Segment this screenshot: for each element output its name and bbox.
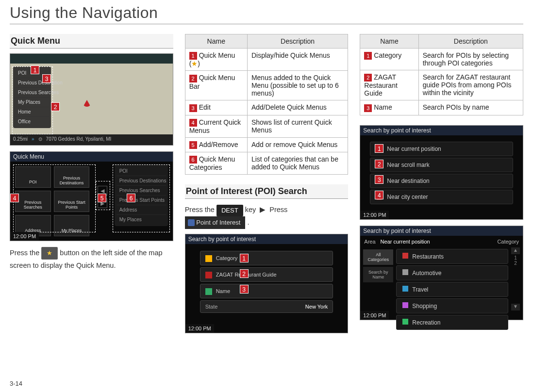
- table-row: 6Quick Menu Categories List of categorie…: [185, 152, 348, 175]
- callout-badge: 6: [127, 194, 135, 202]
- callout-badge: 3: [375, 175, 383, 184]
- screenshot-title: Search by point of interest: [360, 126, 523, 135]
- category-item: Shopping: [396, 298, 508, 313]
- pager-down-icon: ▼: [511, 304, 520, 310]
- dest-key-icon: DEST: [217, 205, 243, 216]
- callout-badge: 1: [31, 65, 39, 74]
- clock-label: 12:00 PM: [360, 311, 389, 320]
- poi-button-icon: Point of Interest: [185, 216, 246, 229]
- clock-label: 12:00 PM: [360, 211, 389, 219]
- section-title-quick-menu: Quick Menu: [10, 34, 173, 49]
- clock-label: 12:00 PM: [185, 324, 214, 333]
- callout-badge: 4: [10, 194, 19, 202]
- near-list-item: Near city center: [370, 190, 513, 204]
- row-badge: 6: [189, 156, 197, 163]
- map-scale-label: 0.25mi: [13, 136, 28, 143]
- area-value: Near current position: [381, 239, 430, 245]
- table-row: 5Add/Remove Add or remove Quick Menus: [185, 137, 348, 152]
- table-row: 4Current Quick Menus Shows list of curre…: [185, 115, 348, 137]
- page-title: Using the Navigation: [10, 0, 523, 24]
- near-list-item: Near scroll mark: [370, 158, 513, 172]
- screenshot-categories: Search by point of interest Area Near cu…: [360, 226, 523, 320]
- category-item: Recreation: [396, 315, 508, 330]
- callout-badge: 1: [375, 144, 383, 153]
- poi-menu-row: Category: [200, 251, 333, 265]
- category-item: Restaurants: [396, 249, 508, 264]
- arrow-right-icon: ▶: [260, 204, 266, 216]
- position-marker-icon: [83, 100, 91, 107]
- category-label: Category: [497, 239, 519, 245]
- table-header-desc: Description: [418, 34, 523, 49]
- screenshot-title: Search by point of interest: [360, 226, 523, 236]
- screenshot-map: POI Previous Destination Previous Search…: [10, 53, 173, 146]
- quick-menu-instruction: Press the ★ button on the left side of t…: [10, 247, 173, 272]
- near-list-item: Near destination: [370, 174, 513, 188]
- row-badge: 1: [189, 52, 197, 60]
- table-row: 3Edit Add/Delete Quick Menus: [185, 100, 348, 115]
- pager-label: 1 2: [511, 255, 520, 266]
- callout-badge: 2: [240, 269, 249, 278]
- table-header-name: Name: [185, 34, 247, 49]
- screenshot-near-list: Search by point of interest Near current…: [360, 125, 523, 220]
- table-row: 1Category Search for POIs by selecting t…: [360, 49, 523, 70]
- screenshot-quick-menu: Quick Menu POI Previous Destinations Pre…: [10, 151, 173, 241]
- area-label: Area: [364, 239, 375, 245]
- poi-menu-row: Name: [200, 284, 333, 298]
- section-title-poi: Point of Interest (POI) Search: [185, 184, 349, 199]
- table-row: 2Quick Menu Bar Menus added to the Quick…: [185, 71, 348, 100]
- row-badge: 4: [189, 119, 197, 127]
- poi-menu-row: ZAGAT Restaurant Guide: [200, 267, 333, 282]
- row-badge: 2: [364, 74, 372, 82]
- row-badge: 3: [189, 104, 197, 112]
- category-item: Automotive: [396, 265, 508, 280]
- clock-label: 12:00 PM: [10, 232, 39, 241]
- table-row: 1Quick Menu (★) Display/hide Quick Menus: [185, 49, 348, 71]
- star-icon: ★: [191, 60, 198, 67]
- pager-up-icon: ▲: [511, 247, 520, 254]
- callout-badge: 3: [240, 285, 249, 294]
- quick-menu-table: Name Description 1Quick Menu (★) Display…: [185, 34, 349, 175]
- table-header-name: Name: [360, 34, 418, 49]
- screenshot-poi-search: Search by point of interest Category ZAG…: [185, 234, 349, 333]
- callout-badge: 1: [240, 254, 249, 262]
- table-header-desc: Description: [247, 34, 348, 49]
- callout-badge: 3: [42, 74, 51, 83]
- page-number: 3-14: [10, 380, 22, 387]
- compass-icon: ⊙: [38, 136, 42, 143]
- row-badge: 3: [364, 104, 372, 112]
- poi-state-row: State New York: [200, 300, 333, 313]
- expand-icon: »: [32, 136, 34, 143]
- column-right: Name Description 1Category Search for PO…: [360, 34, 523, 339]
- screenshot-title: Quick Menu: [10, 152, 173, 162]
- poi-instruction: Press the DEST key ▶ Press Point of Inte…: [185, 204, 349, 229]
- table-row: 2ZAGAT Restaurant Guide Search for ZAGAT…: [360, 70, 523, 100]
- row-badge: 1: [364, 52, 372, 60]
- map-address-label: 7070 Geddes Rd, Ypsilanti, MI: [46, 136, 112, 143]
- table-row: 3Name Search POIs by name: [360, 100, 523, 115]
- category-item: Travel: [396, 282, 508, 297]
- callout-badge: 4: [375, 191, 383, 199]
- row-badge: 5: [189, 141, 197, 149]
- screenshot-title: Search by point of interest: [185, 234, 348, 244]
- side-button: All Categories: [363, 249, 393, 265]
- row-badge: 2: [189, 75, 197, 82]
- callout-badge: 5: [98, 194, 106, 202]
- near-list-item: Near current position: [370, 142, 513, 156]
- callout-badge: 2: [51, 102, 60, 111]
- column-middle: Name Description 1Quick Menu (★) Display…: [185, 34, 349, 339]
- side-button: Search by Name: [363, 267, 393, 282]
- column-quick-menu: Quick Menu POI Previous Destination Prev…: [10, 34, 173, 339]
- callout-badge: 2: [375, 160, 383, 168]
- star-button-icon: ★: [41, 247, 58, 260]
- poi-table: Name Description 1Category Search for PO…: [360, 34, 523, 115]
